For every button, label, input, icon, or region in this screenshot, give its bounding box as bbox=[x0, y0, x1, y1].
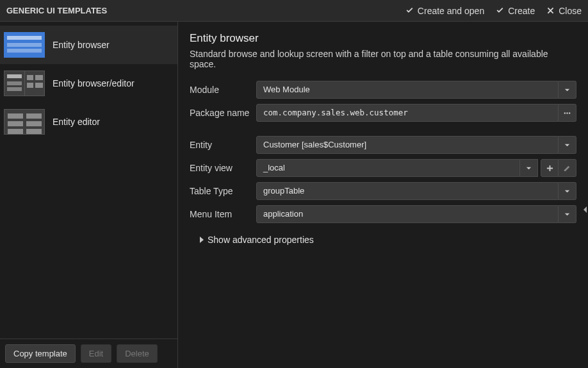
check-icon bbox=[405, 6, 414, 15]
table-type-label: Table Type bbox=[190, 186, 252, 196]
module-select[interactable]: Web Module bbox=[256, 81, 559, 99]
chevron-down-icon bbox=[564, 87, 571, 94]
main-panel: Entity browser Standard browse and looku… bbox=[178, 22, 588, 368]
row-package: Package name com.company.sales.web.custo… bbox=[190, 104, 576, 122]
create-and-open-label: Create and open bbox=[418, 6, 484, 16]
page-title: Entity browser bbox=[190, 32, 576, 45]
template-list: Entity browser Entity browser/editor bbox=[0, 22, 177, 339]
package-input[interactable]: com.company.sales.web.customer bbox=[256, 104, 559, 122]
package-browse-button[interactable] bbox=[559, 104, 576, 122]
delete-button[interactable]: Delete bbox=[117, 344, 158, 363]
chevron-down-icon bbox=[564, 142, 571, 149]
package-label: Package name bbox=[190, 108, 252, 118]
row-module: Module Web Module bbox=[190, 81, 576, 99]
edit-button[interactable]: Edit bbox=[81, 344, 111, 363]
template-item-entity-browser[interactable]: Entity browser bbox=[0, 26, 177, 64]
header: GENERIC UI TEMPLATES Create and open Cre… bbox=[0, 0, 588, 22]
table-type-dropdown-button[interactable] bbox=[559, 182, 576, 200]
svg-point-0 bbox=[564, 112, 566, 113]
svg-point-2 bbox=[569, 112, 570, 113]
entity-view-select[interactable]: _local bbox=[256, 159, 520, 177]
row-entity: Entity Customer [sales$Customer] bbox=[190, 136, 576, 154]
entity-view-add-button[interactable] bbox=[541, 159, 559, 177]
chevron-left-icon bbox=[583, 206, 588, 213]
create-button[interactable]: Create bbox=[496, 6, 535, 16]
entity-select[interactable]: Customer [sales$Customer] bbox=[256, 136, 559, 154]
row-menu-item: Menu Item application bbox=[190, 205, 576, 223]
template-thumb-icon bbox=[4, 71, 45, 96]
entity-label: Entity bbox=[190, 140, 252, 150]
entity-dropdown-button[interactable] bbox=[559, 136, 576, 154]
template-thumb-icon bbox=[4, 109, 45, 135]
check-icon bbox=[496, 6, 504, 15]
panel-collapse-handle[interactable] bbox=[583, 205, 588, 214]
chevron-down-icon bbox=[564, 211, 571, 218]
show-advanced-label: Show advanced properties bbox=[208, 235, 314, 245]
chevron-down-icon bbox=[525, 165, 532, 172]
sidebar: Entity browser Entity browser/editor bbox=[0, 22, 178, 368]
close-label: Close bbox=[559, 6, 582, 16]
row-table-type: Table Type groupTable bbox=[190, 182, 576, 200]
table-type-select[interactable]: groupTable bbox=[256, 182, 559, 200]
menu-item-label: Menu Item bbox=[190, 209, 252, 219]
template-item-entity-browser-editor[interactable]: Entity browser/editor bbox=[0, 64, 177, 103]
close-button[interactable]: Close bbox=[546, 6, 582, 16]
create-label: Create bbox=[508, 6, 535, 16]
module-dropdown-button[interactable] bbox=[559, 81, 576, 99]
template-label: Entity browser bbox=[53, 40, 110, 50]
form: Module Web Module Package name com.compa… bbox=[190, 81, 576, 223]
page-description: Standard browse and lookup screen with a… bbox=[190, 49, 576, 69]
svg-point-1 bbox=[566, 112, 568, 113]
create-and-open-button[interactable]: Create and open bbox=[405, 6, 484, 16]
plus-icon bbox=[546, 165, 553, 172]
template-item-entity-editor[interactable]: Entity editor bbox=[0, 103, 177, 141]
template-label: Entity browser/editor bbox=[53, 78, 135, 88]
show-advanced-toggle[interactable]: Show advanced properties bbox=[200, 235, 576, 245]
entity-view-edit-button[interactable] bbox=[559, 159, 576, 177]
template-label: Entity editor bbox=[53, 117, 100, 127]
menu-item-dropdown-button[interactable] bbox=[559, 205, 576, 223]
window-title: GENERIC UI TEMPLATES bbox=[6, 6, 405, 15]
ellipsis-icon bbox=[564, 110, 571, 117]
menu-item-select[interactable]: application bbox=[256, 205, 559, 223]
entity-view-dropdown-button[interactable] bbox=[520, 159, 538, 177]
template-thumb-icon bbox=[4, 32, 45, 58]
close-icon bbox=[546, 6, 555, 15]
pencil-icon bbox=[564, 165, 571, 172]
caret-right-icon bbox=[200, 237, 204, 243]
row-entity-view: Entity view _local bbox=[190, 159, 576, 177]
entity-view-label: Entity view bbox=[190, 163, 252, 173]
sidebar-footer: Copy template Edit Delete bbox=[0, 339, 177, 368]
chevron-down-icon bbox=[564, 188, 571, 195]
module-label: Module bbox=[190, 85, 252, 95]
copy-template-button[interactable]: Copy template bbox=[5, 344, 76, 363]
